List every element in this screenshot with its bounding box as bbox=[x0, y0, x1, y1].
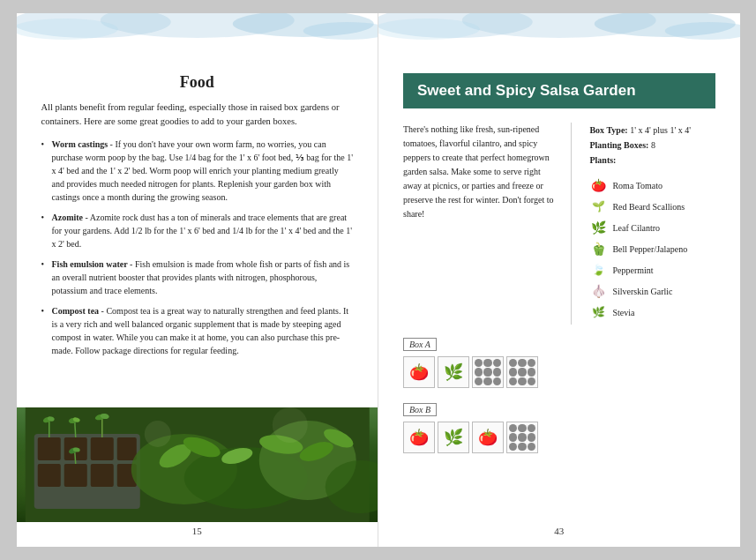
planting-boxes-label: Planting Boxes: 8 bbox=[589, 138, 715, 153]
plants-header: Plants: bbox=[589, 153, 715, 168]
garden-cell-grid1 bbox=[472, 356, 504, 388]
grid-dot bbox=[493, 368, 501, 376]
plant-name: Peppermint bbox=[612, 265, 653, 275]
plant-item: 🌿 Stevia bbox=[589, 303, 715, 321]
garden-photo bbox=[17, 407, 378, 522]
grid-dot bbox=[509, 368, 517, 376]
svg-rect-10 bbox=[116, 437, 136, 460]
plant-name: Silverskin Garlic bbox=[612, 287, 672, 296]
svg-rect-9 bbox=[90, 437, 113, 460]
photo-overlay bbox=[17, 407, 378, 522]
grid-dot bbox=[475, 368, 483, 376]
plant-name: Roma Tomato bbox=[612, 181, 662, 190]
garden-cell-grid2 bbox=[506, 356, 538, 388]
food-title: Food bbox=[41, 73, 354, 92]
right-page: Sweet and Spicy Salsa Garden There's not… bbox=[378, 13, 740, 547]
item-term: Azomite bbox=[52, 213, 84, 222]
grid-dot bbox=[518, 377, 526, 385]
garden-cell-herb: 🌿 bbox=[438, 356, 469, 388]
box-b-label: Box B bbox=[403, 403, 437, 416]
list-item: Compost tea - Compost tea is a great way… bbox=[41, 304, 354, 357]
plant-item: 🧄 Silverskin Garlic bbox=[589, 282, 715, 300]
list-item: Fish emulsion water - Fish emulsion is m… bbox=[41, 258, 354, 297]
box-b-section: Box B 🍅 🌿 🍅 bbox=[403, 400, 715, 453]
salsa-title: Sweet and Spicy Salsa Garden bbox=[403, 73, 715, 108]
svg-rect-12 bbox=[64, 464, 86, 487]
garden-cell-leaf-b: 🌿 bbox=[438, 422, 469, 453]
grid-dot bbox=[509, 443, 517, 451]
item-desc: - Azomite rock dust has a ton of mineral… bbox=[52, 213, 353, 249]
grid-dot bbox=[493, 359, 501, 367]
grid-dot bbox=[509, 433, 517, 441]
svg-line-18 bbox=[74, 422, 75, 437]
svg-rect-11 bbox=[37, 464, 60, 487]
garden-cell-tomato: 🍅 bbox=[403, 356, 435, 388]
vertical-divider bbox=[571, 123, 572, 325]
tomato-icon: 🍅 bbox=[589, 176, 607, 194]
item-term: Fish emulsion water bbox=[52, 259, 128, 269]
grid-dot bbox=[518, 424, 526, 432]
item-term: Compost tea bbox=[52, 306, 100, 316]
grid-dot bbox=[528, 368, 535, 376]
plant-item: 🍅 Roma Tomato bbox=[589, 176, 715, 194]
svg-rect-13 bbox=[90, 464, 113, 487]
grid-dot bbox=[518, 433, 526, 441]
box-type-label: Box Type: 1' x 4' plus 1' x 4' bbox=[589, 123, 715, 138]
item-term: Worm castings bbox=[52, 139, 109, 149]
garden-cell-tomato-b: 🍅 bbox=[403, 422, 435, 453]
peppermint-icon: 🍃 bbox=[589, 261, 607, 279]
plant-item: 🌿 Leaf Cilantro bbox=[589, 219, 715, 236]
watercolor-decoration-left bbox=[17, 13, 378, 53]
plant-list: 🍅 Roma Tomato 🌱 Red Beard Scallions 🌿 Le… bbox=[589, 176, 715, 321]
plant-name: Leaf Cilantro bbox=[612, 223, 660, 233]
salsa-description: There's nothing like fresh, sun-ripened … bbox=[403, 123, 553, 325]
box-b-grid: 🍅 🌿 🍅 bbox=[403, 422, 715, 453]
box-a-grid: 🍅 🌿 bbox=[403, 356, 715, 388]
grid-dot bbox=[518, 359, 526, 367]
stevia-icon: 🌿 bbox=[589, 303, 607, 321]
plant-name: Red Beard Scallions bbox=[612, 202, 685, 212]
right-page-content: Sweet and Spicy Salsa Garden There's not… bbox=[403, 73, 715, 453]
plant-name: Bell Pepper/Jalapeno bbox=[612, 244, 687, 254]
scallion-icon: 🌱 bbox=[589, 198, 607, 215]
svg-point-38 bbox=[272, 407, 307, 443]
food-intro: All plants benefit from regular feeding,… bbox=[41, 101, 354, 129]
box-info: Box Type: 1' x 4' plus 1' x 4' Planting … bbox=[589, 123, 715, 168]
left-page: Food All plants benefit from regular fee… bbox=[17, 13, 379, 547]
garden-cell-grid3 bbox=[506, 422, 538, 453]
plant-item: 🌱 Red Beard Scallions bbox=[589, 198, 715, 215]
svg-point-3 bbox=[17, 19, 118, 40]
right-page-number: 43 bbox=[403, 526, 715, 536]
right-main-content: There's nothing like fresh, sun-ripened … bbox=[403, 123, 715, 325]
grid-dot bbox=[509, 424, 517, 432]
list-item: Worm castings - If you don't have your o… bbox=[41, 138, 354, 204]
plant-name: Stevia bbox=[612, 308, 634, 317]
grid-dot bbox=[518, 443, 526, 451]
grid-dot bbox=[483, 359, 491, 367]
grid-dot bbox=[528, 377, 535, 385]
grid-dot bbox=[528, 443, 535, 451]
grid-dot bbox=[493, 377, 501, 385]
grid-dot bbox=[509, 359, 517, 367]
grid-dot bbox=[475, 359, 483, 367]
box-a-label: Box A bbox=[403, 338, 437, 351]
pepper-icon: 🫑 bbox=[589, 240, 607, 258]
svg-line-24 bbox=[74, 452, 75, 464]
book-spread: Food All plants benefit from regular fee… bbox=[17, 13, 740, 547]
cilantro-icon: 🌿 bbox=[589, 219, 607, 236]
grid-dot bbox=[475, 377, 483, 385]
svg-point-37 bbox=[144, 421, 170, 447]
watercolor-decoration-right bbox=[378, 13, 740, 53]
left-page-number: 15 bbox=[41, 526, 354, 536]
svg-point-42 bbox=[378, 19, 480, 40]
grid-dot bbox=[528, 433, 535, 441]
grid-dot bbox=[528, 359, 535, 367]
grid-dot bbox=[528, 424, 535, 432]
grid-dot bbox=[518, 368, 526, 376]
plant-item: 🍃 Peppermint bbox=[589, 261, 715, 279]
svg-rect-7 bbox=[37, 437, 60, 460]
list-item: Azomite - Azomite rock dust has a ton of… bbox=[41, 211, 354, 250]
plant-item: 🫑 Bell Pepper/Jalapeno bbox=[589, 240, 715, 258]
grid-dot bbox=[509, 377, 517, 385]
garden-boxes: Box A 🍅 🌿 bbox=[403, 335, 715, 453]
